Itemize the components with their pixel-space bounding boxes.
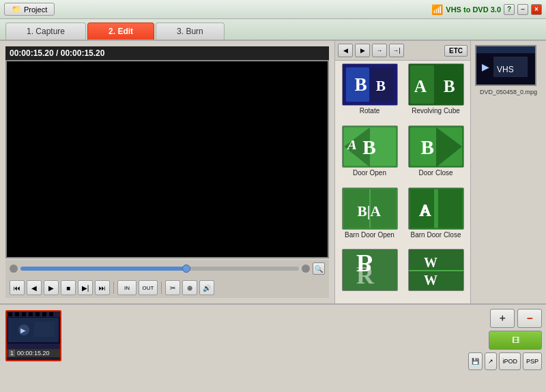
svg-rect-27 (437, 189, 461, 228)
transition-scroll1-thumb: B R (342, 249, 398, 291)
svg-text:▶: ▶ (482, 61, 489, 72)
transition-revolving-cube[interactable]: A B Revolving Cube (404, 63, 468, 123)
video-preview (5, 60, 329, 258)
transition-cube-label: Revolving Cube (412, 107, 460, 115)
remove-clip-button[interactable]: － (517, 309, 542, 328)
folder-icon: 📁 (12, 5, 21, 14)
stop-button[interactable]: ■ (61, 280, 76, 295)
media-filename: DVD_050458_0.mpg (475, 89, 542, 95)
svg-rect-46 (15, 312, 19, 316)
svg-text:W: W (424, 255, 437, 270)
svg-rect-51 (49, 312, 53, 316)
scrubber-right-handle[interactable] (302, 265, 310, 273)
svg-rect-49 (35, 312, 40, 316)
skip-forward-button[interactable]: ⏭ (95, 280, 110, 295)
tab-edit[interactable]: 2. Edit (87, 22, 154, 40)
add-clip-button[interactable]: ＋ (490, 309, 515, 328)
clip-time: 00:00:15.20 (17, 350, 50, 357)
controls-separator-2 (161, 282, 162, 294)
transition-barn-open-thumb: B|A (342, 187, 398, 230)
clip-info: 1 00:00:15.20 (7, 349, 60, 357)
svg-text:▶: ▶ (20, 327, 26, 334)
svg-rect-44 (7, 344, 60, 349)
svg-text:VHS: VHS (497, 65, 514, 74)
psp-export-button[interactable]: PSP (523, 352, 542, 370)
tab-burn[interactable]: 3. Burn (156, 22, 225, 40)
transition-barn-door-close[interactable]: A A Barn Door Close (404, 187, 468, 247)
transition-barn-door-open[interactable]: B|A Barn Door Open (338, 187, 401, 247)
trans-next-button[interactable]: ▶ (355, 44, 370, 57)
clip-manage-row: ＋ － (475, 309, 542, 328)
timeline-area: ▶ 1 00:00:15.20 (0, 305, 471, 392)
volume-button[interactable]: 🔊 (199, 280, 214, 295)
transition-rotate-label: Rotate (360, 107, 379, 115)
transition-barn-open-label: Barn Door Open (345, 231, 394, 239)
help-button[interactable]: ? (504, 4, 515, 15)
bottom-controls: ＋ － 🎞 💾 ↗ iPOD PSP (471, 305, 546, 392)
etc-button[interactable]: ETC (444, 45, 468, 57)
svg-text:R: R (356, 262, 375, 289)
video-clip-1[interactable]: ▶ 1 00:00:15.20 (5, 310, 61, 361)
svg-text:B: B (420, 136, 434, 157)
tab-capture[interactable]: 1. Capture (5, 22, 86, 40)
trans-end-button[interactable]: →| (389, 44, 404, 57)
svg-text:A: A (419, 202, 430, 219)
zoom-button[interactable]: 🔍 (313, 262, 325, 275)
transition-cube-thumb: A B (408, 63, 464, 106)
minus-icon: － (524, 312, 535, 326)
video-panel: 00:00:15.20 / 00:00:15.20 🔍 ⏮ ◀ ▶ ■ ▶| ⏭… (0, 41, 334, 303)
controls-separator-1 (113, 282, 114, 294)
step-back-button[interactable]: ◀ (27, 280, 42, 295)
minimize-button[interactable]: – (517, 4, 528, 15)
mark-out-button[interactable]: OUT (139, 280, 158, 295)
main-content: 00:00:15.20 / 00:00:15.20 🔍 ⏮ ◀ ▶ ■ ▶| ⏭… (0, 41, 546, 303)
title-left: 📁 Project (4, 3, 55, 16)
svg-text:B: B (362, 136, 376, 157)
project-button[interactable]: 📁 Project (4, 3, 55, 16)
save-button[interactable]: 💾 (468, 352, 483, 370)
timeline-track: ▶ 1 00:00:15.20 (5, 310, 465, 361)
svg-rect-47 (22, 312, 26, 316)
transition-door-close-label: Door Close (418, 169, 452, 177)
transition-barn-close-label: Barn Door Close (411, 231, 461, 239)
close-button[interactable]: × (531, 4, 542, 15)
svg-text:A: A (414, 76, 427, 95)
export-button[interactable]: ↗ (485, 352, 497, 370)
svg-text:B: B (375, 78, 385, 94)
skip-back-button[interactable]: ⏮ (10, 280, 25, 295)
transition-scroll1[interactable]: B R (338, 249, 401, 301)
svg-rect-50 (42, 312, 46, 316)
ipod-export-button[interactable]: iPOD (499, 352, 521, 370)
svg-text:W: W (424, 273, 437, 288)
playback-controls: ⏮ ◀ ▶ ■ ▶| ⏭ IN OUT ✂ ⊕ 🔊 (5, 277, 329, 298)
trans-forward-button[interactable]: → (372, 44, 387, 57)
scrubber-thumb[interactable] (182, 265, 190, 273)
transition-scroll2[interactable]: W W (404, 249, 468, 301)
audio-sync-button[interactable]: ⊕ (182, 280, 197, 295)
project-label: Project (24, 5, 47, 14)
app-name: VHS to DVD 3.0 (446, 5, 501, 14)
mark-in-button[interactable]: IN (117, 280, 136, 295)
film-strip-button[interactable]: 🎞 (489, 331, 542, 350)
svg-rect-45 (8, 312, 12, 316)
play-button[interactable]: ▶ (44, 280, 59, 295)
transition-door-open-label: Door Open (353, 169, 386, 177)
transition-door-open[interactable]: B A Door Open (338, 125, 401, 185)
svg-rect-48 (29, 312, 33, 316)
clip-thumbnail: ▶ (7, 312, 60, 349)
transition-door-close[interactable]: B Door Close (404, 125, 468, 185)
export-icon: ↗ (488, 358, 493, 365)
media-thumbnail[interactable]: ▶ VHS (475, 45, 536, 86)
film-button-row: 🎞 (475, 331, 542, 350)
scrubber-track[interactable] (20, 267, 299, 271)
add-icon: ＋ (498, 312, 507, 325)
transitions-panel: ◀ ▶ → →| ETC B B Rotate (334, 41, 471, 303)
transition-door-open-thumb: B A (342, 125, 398, 168)
transition-rotate[interactable]: B B Rotate (338, 63, 401, 123)
step-forward-button[interactable]: ▶| (78, 280, 93, 295)
trans-prev-button[interactable]: ◀ (338, 44, 353, 57)
clip-number: 1 (9, 350, 15, 357)
transition-door-close-thumb: B (408, 125, 464, 168)
scrubber-left-handle[interactable] (10, 265, 18, 273)
split-button[interactable]: ✂ (165, 280, 180, 295)
